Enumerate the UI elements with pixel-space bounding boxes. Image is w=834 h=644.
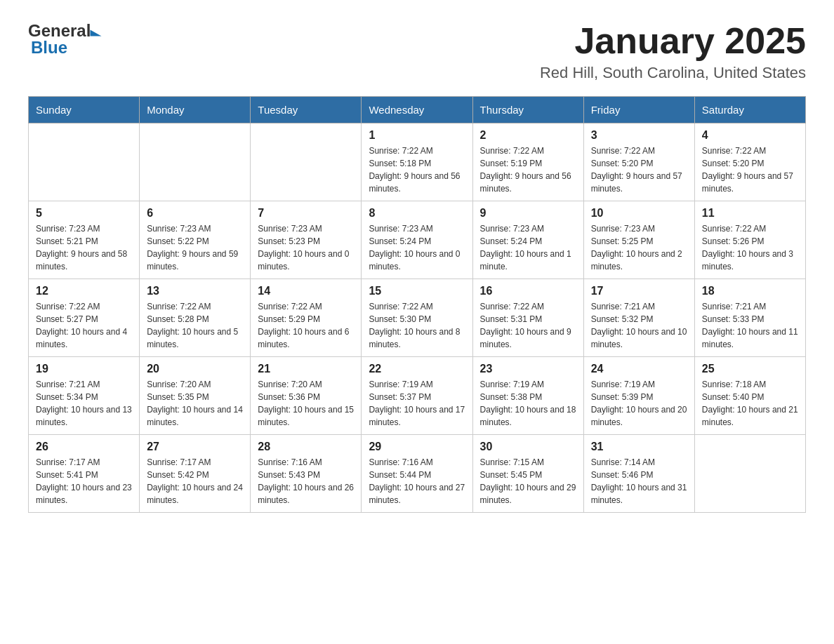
calendar-day-cell: 1Sunrise: 7:22 AMSunset: 5:18 PMDaylight… — [362, 123, 472, 201]
day-number: 16 — [480, 285, 576, 297]
calendar-week-row: 19Sunrise: 7:21 AMSunset: 5:34 PMDayligh… — [29, 357, 806, 435]
day-number: 14 — [258, 285, 354, 297]
day-number: 24 — [591, 363, 687, 375]
day-number: 8 — [369, 207, 465, 220]
day-info: Sunrise: 7:22 AMSunset: 5:29 PMDaylight:… — [258, 300, 354, 351]
day-number: 27 — [147, 441, 243, 453]
col-thursday: Thursday — [472, 97, 583, 123]
calendar-day-cell: 16Sunrise: 7:22 AMSunset: 5:31 PMDayligh… — [472, 279, 583, 357]
calendar-day-cell: 2Sunrise: 7:22 AMSunset: 5:19 PMDaylight… — [472, 123, 583, 201]
day-number: 5 — [36, 207, 132, 220]
day-number: 7 — [258, 207, 354, 220]
day-info: Sunrise: 7:23 AMSunset: 5:25 PMDaylight:… — [591, 222, 687, 273]
day-number: 6 — [147, 207, 243, 220]
calendar-table: Sunday Monday Tuesday Wednesday Thursday… — [28, 96, 806, 513]
logo-blue-text: Blue — [31, 38, 67, 58]
day-info: Sunrise: 7:21 AMSunset: 5:34 PMDaylight:… — [36, 378, 132, 429]
day-info: Sunrise: 7:16 AMSunset: 5:44 PMDaylight:… — [369, 456, 465, 507]
day-info: Sunrise: 7:20 AMSunset: 5:35 PMDaylight:… — [147, 378, 243, 429]
day-number: 15 — [369, 285, 465, 297]
col-friday: Friday — [583, 97, 694, 123]
day-number: 20 — [147, 363, 243, 375]
day-number: 13 — [147, 285, 243, 297]
day-info: Sunrise: 7:23 AMSunset: 5:24 PMDaylight:… — [480, 222, 576, 273]
month-title: January 2025 — [540, 21, 806, 61]
day-number: 21 — [258, 363, 354, 375]
day-info: Sunrise: 7:16 AMSunset: 5:43 PMDaylight:… — [258, 456, 354, 507]
day-info: Sunrise: 7:22 AMSunset: 5:27 PMDaylight:… — [36, 300, 132, 351]
calendar-week-row: 12Sunrise: 7:22 AMSunset: 5:27 PMDayligh… — [29, 279, 806, 357]
day-number: 10 — [591, 207, 687, 220]
day-info: Sunrise: 7:23 AMSunset: 5:22 PMDaylight:… — [147, 222, 243, 273]
calendar-week-row: 5Sunrise: 7:23 AMSunset: 5:21 PMDaylight… — [29, 201, 806, 279]
calendar-day-cell: 20Sunrise: 7:20 AMSunset: 5:35 PMDayligh… — [140, 357, 251, 435]
day-number: 26 — [36, 441, 132, 453]
calendar-day-cell: 12Sunrise: 7:22 AMSunset: 5:27 PMDayligh… — [29, 279, 140, 357]
day-info: Sunrise: 7:21 AMSunset: 5:33 PMDaylight:… — [702, 300, 798, 351]
day-number: 17 — [591, 285, 687, 297]
calendar-day-cell: 22Sunrise: 7:19 AMSunset: 5:37 PMDayligh… — [362, 357, 472, 435]
col-saturday: Saturday — [694, 97, 805, 123]
calendar-day-cell — [694, 435, 805, 513]
calendar-day-cell: 25Sunrise: 7:18 AMSunset: 5:40 PMDayligh… — [694, 357, 805, 435]
day-info: Sunrise: 7:23 AMSunset: 5:23 PMDaylight:… — [258, 222, 354, 273]
col-wednesday: Wednesday — [362, 97, 472, 123]
day-info: Sunrise: 7:22 AMSunset: 5:19 PMDaylight:… — [480, 145, 576, 195]
day-number: 3 — [591, 129, 687, 142]
day-number: 25 — [702, 363, 798, 375]
calendar-day-cell: 9Sunrise: 7:23 AMSunset: 5:24 PMDaylight… — [472, 201, 583, 279]
calendar-day-cell: 24Sunrise: 7:19 AMSunset: 5:39 PMDayligh… — [583, 357, 694, 435]
calendar-day-cell: 11Sunrise: 7:22 AMSunset: 5:26 PMDayligh… — [694, 201, 805, 279]
calendar-day-cell: 10Sunrise: 7:23 AMSunset: 5:25 PMDayligh… — [583, 201, 694, 279]
calendar-week-row: 1Sunrise: 7:22 AMSunset: 5:18 PMDaylight… — [29, 123, 806, 201]
day-info: Sunrise: 7:18 AMSunset: 5:40 PMDaylight:… — [702, 378, 798, 429]
calendar-day-cell: 26Sunrise: 7:17 AMSunset: 5:41 PMDayligh… — [29, 435, 140, 513]
calendar-day-cell: 5Sunrise: 7:23 AMSunset: 5:21 PMDaylight… — [29, 201, 140, 279]
day-number: 2 — [480, 129, 576, 142]
calendar-day-cell: 14Sunrise: 7:22 AMSunset: 5:29 PMDayligh… — [251, 279, 362, 357]
day-info: Sunrise: 7:21 AMSunset: 5:32 PMDaylight:… — [591, 300, 687, 351]
day-number: 9 — [480, 207, 576, 220]
calendar-day-cell — [140, 123, 251, 201]
col-sunday: Sunday — [29, 97, 140, 123]
calendar-day-cell: 6Sunrise: 7:23 AMSunset: 5:22 PMDaylight… — [140, 201, 251, 279]
title-section: January 2025 Red Hill, South Carolina, U… — [540, 21, 806, 82]
calendar-day-cell: 7Sunrise: 7:23 AMSunset: 5:23 PMDaylight… — [251, 201, 362, 279]
day-info: Sunrise: 7:19 AMSunset: 5:39 PMDaylight:… — [591, 378, 687, 429]
col-monday: Monday — [140, 97, 251, 123]
calendar-day-cell: 30Sunrise: 7:15 AMSunset: 5:45 PMDayligh… — [472, 435, 583, 513]
day-number: 19 — [36, 363, 132, 375]
day-number: 12 — [36, 285, 132, 297]
day-info: Sunrise: 7:15 AMSunset: 5:45 PMDaylight:… — [480, 456, 576, 507]
calendar-day-cell: 8Sunrise: 7:23 AMSunset: 5:24 PMDaylight… — [362, 201, 472, 279]
day-info: Sunrise: 7:22 AMSunset: 5:28 PMDaylight:… — [147, 300, 243, 351]
day-number: 18 — [702, 285, 798, 297]
day-info: Sunrise: 7:22 AMSunset: 5:18 PMDaylight:… — [369, 145, 465, 195]
day-number: 30 — [480, 441, 576, 453]
day-info: Sunrise: 7:22 AMSunset: 5:26 PMDaylight:… — [702, 222, 798, 273]
day-info: Sunrise: 7:22 AMSunset: 5:30 PMDaylight:… — [369, 300, 465, 351]
calendar-day-cell: 23Sunrise: 7:19 AMSunset: 5:38 PMDayligh… — [472, 357, 583, 435]
day-number: 22 — [369, 363, 465, 375]
day-info: Sunrise: 7:22 AMSunset: 5:20 PMDaylight:… — [591, 145, 687, 195]
page-header: General Blue January 2025 Red Hill, Sout… — [28, 21, 806, 82]
calendar-day-cell: 4Sunrise: 7:22 AMSunset: 5:20 PMDaylight… — [694, 123, 805, 201]
day-info: Sunrise: 7:19 AMSunset: 5:38 PMDaylight:… — [480, 378, 576, 429]
calendar-day-cell: 13Sunrise: 7:22 AMSunset: 5:28 PMDayligh… — [140, 279, 251, 357]
day-number: 23 — [480, 363, 576, 375]
calendar-day-cell — [29, 123, 140, 201]
day-info: Sunrise: 7:22 AMSunset: 5:20 PMDaylight:… — [702, 145, 798, 195]
calendar-day-cell: 15Sunrise: 7:22 AMSunset: 5:30 PMDayligh… — [362, 279, 472, 357]
day-number: 11 — [702, 207, 798, 220]
day-info: Sunrise: 7:22 AMSunset: 5:31 PMDaylight:… — [480, 300, 576, 351]
day-number: 29 — [369, 441, 465, 453]
day-number: 1 — [369, 129, 465, 142]
day-info: Sunrise: 7:17 AMSunset: 5:42 PMDaylight:… — [147, 456, 243, 507]
calendar-day-cell: 27Sunrise: 7:17 AMSunset: 5:42 PMDayligh… — [140, 435, 251, 513]
day-number: 31 — [591, 441, 687, 453]
calendar-week-row: 26Sunrise: 7:17 AMSunset: 5:41 PMDayligh… — [29, 435, 806, 513]
calendar-day-cell: 18Sunrise: 7:21 AMSunset: 5:33 PMDayligh… — [694, 279, 805, 357]
day-number: 4 — [702, 129, 798, 142]
day-info: Sunrise: 7:17 AMSunset: 5:41 PMDaylight:… — [36, 456, 132, 507]
calendar-day-cell: 31Sunrise: 7:14 AMSunset: 5:46 PMDayligh… — [583, 435, 694, 513]
